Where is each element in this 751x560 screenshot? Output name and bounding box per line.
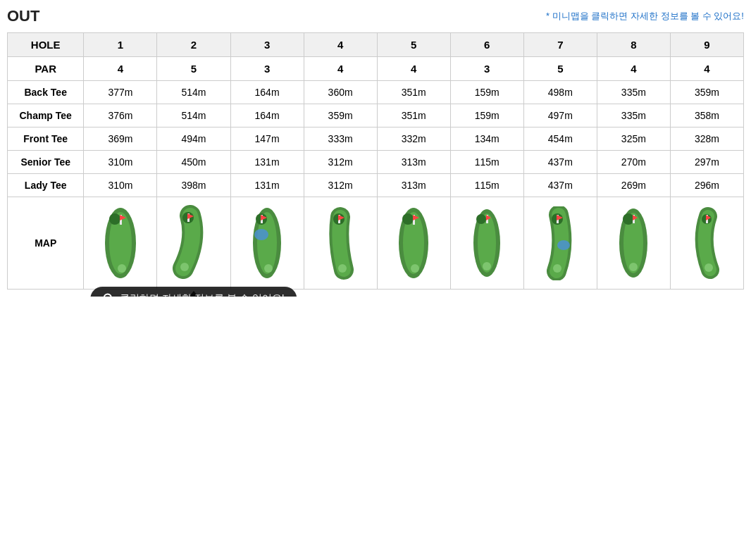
hole-6-header: 6 — [450, 33, 523, 57]
hole-7-header: 7 — [523, 33, 597, 57]
tee-label-3: Senior Tee — [8, 151, 84, 174]
tee-cell-2-1: 494m — [157, 127, 230, 151]
hole-2-header: 2 — [157, 33, 230, 57]
map-hole-1[interactable] — [84, 197, 157, 290]
svg-point-14 — [254, 229, 268, 240]
par-label: PAR — [8, 57, 84, 81]
svg-point-7 — [180, 263, 189, 271]
tee-cell-2-2: 147m — [230, 127, 304, 151]
tee-cell-4-1: 398m — [157, 174, 230, 197]
tee-cell-2-0: 369m — [84, 127, 157, 151]
hole-9-header: 9 — [670, 33, 743, 57]
par-4: 4 — [304, 57, 377, 81]
tooltip-popup: 클릭하면 자세한 정보를 볼 수 있어요! — [90, 287, 297, 297]
tee-label-0: Back Tee — [8, 81, 84, 104]
tee-cell-0-7: 335m — [597, 81, 670, 104]
svg-point-32 — [483, 262, 491, 270]
tee-cell-1-7: 335m — [597, 104, 670, 127]
page-header: OUT * 미니맵을 클릭하면 자세한 정보를 볼 수 있어요! — [7, 7, 744, 25]
tee-cell-3-6: 437m — [523, 151, 597, 174]
svg-point-26 — [411, 264, 419, 273]
tee-row-senior-tee: Senior Tee310m450m131m312m313m115m437m27… — [8, 151, 744, 174]
tee-cell-4-0: 310m — [84, 174, 157, 197]
map-hole-4[interactable] — [304, 197, 377, 290]
tee-cell-1-6: 497m — [523, 104, 597, 127]
svg-point-25 — [402, 213, 414, 225]
par-6: 3 — [450, 57, 523, 81]
svg-point-2 — [109, 213, 120, 225]
tee-cell-3-4: 313m — [377, 151, 450, 174]
par-8: 4 — [597, 57, 670, 81]
tee-cell-1-3: 359m — [304, 104, 377, 127]
tee-cell-1-8: 358m — [670, 104, 743, 127]
tee-row-champ-tee: Champ Tee376m514m164m359m351m159m497m335… — [8, 104, 744, 127]
tee-cell-0-1: 514m — [157, 81, 230, 104]
svg-point-42 — [623, 213, 634, 225]
tee-cell-2-8: 328m — [670, 127, 743, 151]
minimap-hint: * 미니맵을 클릭하면 자세한 정보를 볼 수 있어요! — [546, 10, 744, 23]
hole-header-row: HOLE 1 2 3 4 5 6 7 8 9 — [8, 33, 744, 57]
par-3: 3 — [230, 57, 304, 81]
tee-row-back-tee: Back Tee377m514m164m360m351m159m498m335m… — [8, 81, 744, 104]
svg-point-31 — [476, 214, 486, 224]
svg-point-20 — [338, 264, 347, 273]
tee-cell-4-5: 115m — [450, 174, 523, 197]
tee-cell-4-2: 131m — [230, 174, 304, 197]
svg-point-43 — [629, 263, 638, 271]
par-header-row: PAR 4 5 3 4 4 3 5 4 4 — [8, 57, 744, 81]
map-hole-6[interactable] — [450, 197, 523, 290]
scorecard-table: HOLE 1 2 3 4 5 6 7 8 9 PAR 4 5 3 4 4 3 5… — [7, 32, 744, 290]
svg-point-37 — [553, 264, 561, 273]
hole-1-header: 1 — [84, 33, 157, 57]
map-hole-7[interactable] — [523, 197, 597, 290]
hole-8-header: 8 — [597, 33, 670, 57]
map-hole-8[interactable] — [597, 197, 670, 290]
tee-label-2: Front Tee — [8, 127, 84, 151]
svg-point-16 — [264, 264, 273, 273]
tee-cell-2-4: 332m — [377, 127, 450, 151]
tee-cell-1-2: 164m — [230, 104, 304, 127]
tee-cell-4-4: 313m — [377, 174, 450, 197]
hole-label-header: HOLE — [8, 33, 84, 57]
tee-cell-1-5: 159m — [450, 104, 523, 127]
tee-cell-3-2: 131m — [230, 151, 304, 174]
tee-cell-0-8: 359m — [670, 81, 743, 104]
map-hole-9[interactable] — [670, 197, 743, 290]
tee-row-lady-tee: Lady Tee310m398m131m312m313m115m437m269m… — [8, 174, 744, 197]
svg-point-35 — [557, 240, 570, 250]
tee-cell-0-5: 159m — [450, 81, 523, 104]
tee-cell-2-5: 134m — [450, 127, 523, 151]
map-label: MAP — [8, 197, 84, 290]
tee-cell-0-2: 164m — [230, 81, 304, 104]
svg-point-47 — [705, 263, 713, 272]
hole-5-header: 5 — [377, 33, 450, 57]
tee-label-1: Champ Tee — [8, 104, 84, 127]
tee-cell-0-4: 351m — [377, 81, 450, 104]
par-2: 5 — [157, 57, 230, 81]
par-7: 5 — [523, 57, 597, 81]
tee-cell-3-7: 270m — [597, 151, 670, 174]
svg-point-3 — [118, 264, 126, 273]
tee-cell-4-8: 296m — [670, 174, 743, 197]
tee-cell-4-6: 437m — [523, 174, 597, 197]
map-row: MAP 클릭하면 자세한 정보를 볼 수 있어요! — [8, 197, 744, 290]
par-9: 4 — [670, 57, 743, 81]
page-title: OUT — [7, 7, 39, 25]
map-hole-2[interactable]: 클릭하면 자세한 정보를 볼 수 있어요! — [157, 197, 230, 290]
par-5: 4 — [377, 57, 450, 81]
tee-label-4: Lady Tee — [8, 174, 84, 197]
hole-4-header: 4 — [304, 33, 377, 57]
tee-cell-3-0: 310m — [84, 151, 157, 174]
tee-row-front-tee: Front Tee369m494m147m333m332m134m454m325… — [8, 127, 744, 151]
tee-cell-0-6: 498m — [523, 81, 597, 104]
tee-cell-4-3: 312m — [304, 174, 377, 197]
map-hole-5[interactable] — [377, 197, 450, 290]
tee-cell-3-3: 312m — [304, 151, 377, 174]
map-hole-3[interactable] — [230, 197, 304, 290]
par-1: 4 — [84, 57, 157, 81]
tee-cell-1-0: 376m — [84, 104, 157, 127]
tee-cell-2-3: 333m — [304, 127, 377, 151]
svg-point-10 — [104, 294, 111, 297]
tee-cell-4-7: 269m — [597, 174, 670, 197]
tee-cell-1-4: 351m — [377, 104, 450, 127]
